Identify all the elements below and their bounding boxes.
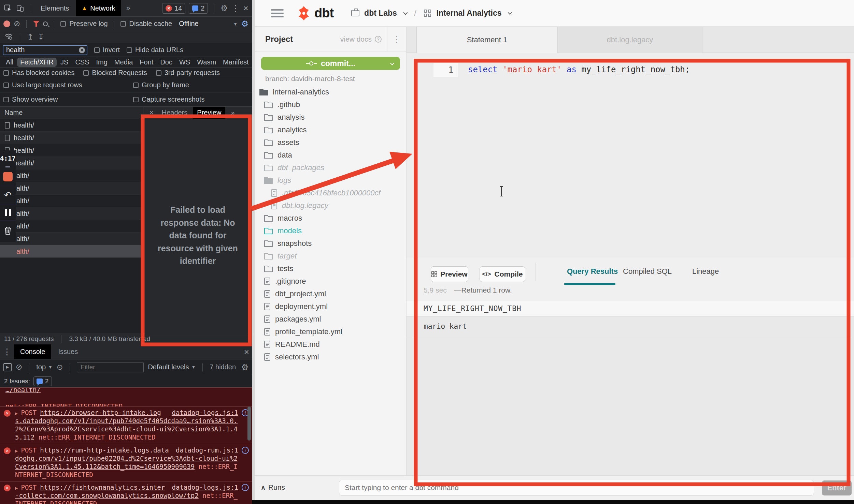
tree-item-tests[interactable]: tests — [255, 262, 406, 275]
account-switcher[interactable]: dbt Labs — [351, 9, 407, 18]
network-type-filter-wasm[interactable]: Wasm — [194, 58, 219, 67]
group-by-frame-checkbox[interactable] — [133, 83, 139, 88]
has-blocked-cookies-checkbox[interactable] — [3, 70, 9, 76]
console-filter-input[interactable] — [77, 362, 144, 372]
scrollbar-thumb[interactable] — [247, 406, 251, 441]
tab-network[interactable]: ▲ Network — [76, 0, 120, 16]
more-detail-tabs-icon[interactable]: » — [227, 109, 239, 117]
tab-headers[interactable]: Headers — [158, 109, 192, 117]
tree-item-packages-yml[interactable]: packages.yml — [255, 313, 406, 325]
request-url-link[interactable]: …/health/ — [5, 387, 238, 394]
tab-console[interactable]: Console — [14, 344, 51, 359]
drawer-kebab-icon[interactable]: ⋮ — [3, 347, 11, 356]
expand-icon[interactable]: ▶ — [15, 448, 18, 454]
inspect-element-icon[interactable] — [3, 4, 12, 13]
tree-item-logs[interactable]: logs — [255, 174, 406, 187]
kebab-menu-icon[interactable]: ⋮ — [231, 4, 240, 13]
pause-recording-icon[interactable] — [5, 209, 11, 216]
project-switcher[interactable]: Internal Analytics — [424, 9, 511, 18]
disable-cache-checkbox[interactable] — [120, 21, 126, 27]
blocked-requests-option[interactable]: Blocked Requests — [83, 69, 147, 77]
third-party-requests-option[interactable]: 3rd-party requests — [156, 69, 220, 77]
tree-item-macros[interactable]: macros — [255, 212, 406, 224]
tab-elements[interactable]: Elements — [37, 4, 72, 12]
request-url-link[interactable]: https://fishtownanalytics.sinter-collect… — [15, 484, 199, 499]
network-type-filter-all[interactable]: All — [3, 58, 16, 67]
network-conditions-gear-icon[interactable]: ⚙ — [241, 20, 248, 28]
use-large-rows-checkbox[interactable] — [3, 83, 9, 88]
network-filter-input[interactable] — [3, 45, 87, 55]
invert-checkbox[interactable] — [94, 47, 100, 53]
network-request-row[interactable]: health/ — [0, 132, 143, 144]
network-request-row[interactable]: alth/ — [0, 233, 143, 245]
commit-button[interactable]: commit... — [261, 57, 400, 70]
group-by-frame-option[interactable]: Group by frame — [133, 81, 189, 89]
compile-button[interactable]: </> Compile — [480, 266, 525, 282]
tree-item-profile-template-yml[interactable]: profile_template.yml — [255, 325, 406, 338]
execution-context-select[interactable]: top ▼ — [36, 363, 53, 371]
view-docs-link[interactable]: view docs ? — [340, 35, 382, 43]
info-icon[interactable]: i — [242, 484, 249, 491]
tab-compiled-sql[interactable]: Compiled SQL — [623, 258, 672, 285]
console-settings-gear-icon[interactable]: ⚙ — [241, 363, 248, 371]
network-request-row[interactable]: alth/ — [0, 169, 143, 182]
tree-item-snapshots[interactable]: snapshots — [255, 237, 406, 250]
network-conditions-icon[interactable] — [4, 32, 13, 42]
delete-recording-icon[interactable] — [3, 225, 12, 237]
tab-lineage[interactable]: Lineage — [692, 258, 719, 285]
clear-filter-icon[interactable]: × — [79, 47, 85, 53]
close-drawer-icon[interactable]: × — [244, 347, 249, 356]
tree-item--github[interactable]: .github — [255, 98, 406, 111]
invert-option[interactable]: Invert — [94, 46, 120, 54]
dbt-command-input[interactable] — [339, 480, 814, 495]
network-type-filter-js[interactable]: JS — [57, 58, 71, 67]
preview-button[interactable]: Preview — [431, 266, 468, 282]
throttling-select[interactable]: Offline — [179, 20, 198, 28]
network-request-row[interactable]: alth/ — [0, 220, 143, 233]
tab-dbt-log-legacy[interactable]: dbt.log.legacy — [558, 27, 702, 53]
hide-data-urls-option[interactable]: Hide data URLs — [127, 46, 183, 54]
results-row[interactable]: mario kart — [407, 316, 854, 336]
tree-item--nfs3665c416bfecb1000000cf[interactable]: .nfs3665c416bfecb1000000cf — [255, 187, 406, 199]
hide-data-urls-checkbox[interactable] — [127, 47, 132, 53]
close-icon[interactable]: × — [243, 4, 248, 13]
error-count-badge[interactable]: × 14 — [162, 3, 185, 14]
tree-item-dbt-project-yml[interactable]: dbt_project.yml — [255, 287, 406, 300]
issues-badge[interactable]: 2 — [33, 376, 52, 386]
more-tabs-icon[interactable]: » — [124, 4, 132, 13]
device-toolbar-icon[interactable] — [16, 4, 25, 13]
issues-bar[interactable]: 2 Issues: 2 — [0, 375, 252, 387]
tab-issues[interactable]: Issues — [54, 348, 82, 356]
expand-icon[interactable]: ▶ — [15, 411, 18, 416]
search-icon[interactable] — [43, 21, 48, 26]
record-icon[interactable] — [3, 20, 10, 27]
show-overview-option[interactable]: Show overview — [3, 95, 133, 103]
issues-count-badge[interactable]: 2 — [189, 3, 208, 14]
clear-console-icon[interactable]: ⊘ — [16, 363, 22, 371]
use-large-rows-option[interactable]: Use large request rows — [3, 81, 133, 89]
clear-icon[interactable]: ⊘ — [14, 20, 20, 28]
import-har-icon[interactable]: ↥ — [27, 33, 33, 41]
tree-item-readme-md[interactable]: README.md — [255, 338, 406, 351]
has-blocked-cookies-option[interactable]: Has blocked cookies — [3, 69, 74, 77]
source-location-link[interactable]: datadog-logs.js:1 — [172, 483, 238, 491]
preserve-log-checkbox[interactable] — [60, 21, 66, 27]
network-type-filter-ws[interactable]: WS — [176, 58, 193, 67]
network-type-filter-media[interactable]: Media — [111, 58, 136, 67]
tree-item-analysis[interactable]: analysis — [255, 111, 406, 123]
console-sidebar-icon[interactable]: ▶ — [3, 363, 12, 371]
tab-preview[interactable]: Preview — [193, 107, 225, 119]
dbt-logo[interactable]: dbt — [296, 5, 333, 21]
tab-query-results[interactable]: Query Results — [567, 258, 618, 285]
third-party-requests-checkbox[interactable] — [156, 70, 161, 76]
tree-item-target[interactable]: target — [255, 250, 406, 262]
project-kebab-menu-icon[interactable]: ⋮ — [387, 27, 406, 51]
restart-recording-icon[interactable]: ↶ — [4, 191, 12, 199]
source-location-link[interactable]: datadog-logs.js:1 — [172, 409, 238, 417]
network-type-filter-css[interactable]: CSS — [72, 58, 92, 67]
network-type-filter-fetch-xhr[interactable]: Fetch/XHR — [17, 58, 57, 67]
export-har-icon[interactable]: ↧ — [38, 33, 44, 41]
log-levels-select[interactable]: Default levels ▼ — [148, 363, 196, 371]
network-request-row[interactable]: alth/ — [0, 207, 143, 220]
throttling-dropdown-icon[interactable]: ▼ — [233, 21, 238, 27]
